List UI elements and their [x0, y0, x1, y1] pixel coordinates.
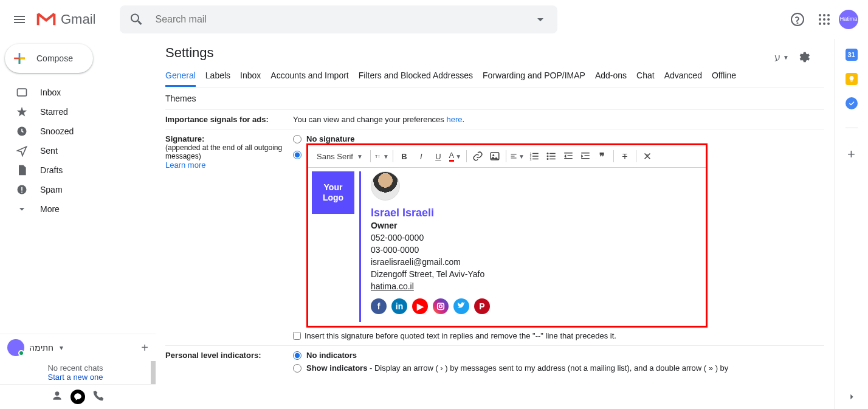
svg-rect-23 [511, 158, 516, 159]
no-signature-row[interactable]: No signature [293, 134, 824, 143]
show-indicators-row[interactable]: Show indicators - Display an arrow ( › )… [293, 363, 824, 373]
link-button[interactable] [470, 149, 485, 163]
tab-advanced[interactable]: Advanced [664, 66, 702, 87]
compose-button[interactable]: Compose [5, 44, 93, 73]
quote-button[interactable]: ❞ [595, 149, 610, 163]
chevron-down-icon[interactable]: ▼ [783, 54, 789, 61]
strikethrough-button[interactable]: T [618, 149, 632, 163]
remove-formatting-button[interactable]: T [640, 149, 655, 163]
svg-rect-39 [581, 153, 590, 154]
svg-rect-31 [549, 153, 556, 154]
importance-here-link[interactable]: here [446, 115, 462, 124]
keep-icon[interactable] [846, 73, 858, 85]
start-new-chat-link[interactable]: Start a new one [47, 373, 103, 382]
svg-point-10 [827, 22, 830, 25]
importance-text-post: . [463, 115, 465, 124]
no-indicators-label: No indicators [306, 351, 357, 360]
search-options-dropdown-icon[interactable] [528, 7, 553, 32]
sidebar-item-sent[interactable]: Sent [0, 141, 151, 160]
font-selector[interactable]: Sans Serif▼ [313, 152, 367, 161]
gmail-logo[interactable]: Gmail [34, 12, 114, 27]
no-signature-radio[interactable] [293, 135, 301, 143]
tab-accounts[interactable]: Accounts and Import [270, 66, 348, 87]
signature-enabled-radio[interactable] [293, 151, 301, 159]
tab-labels[interactable]: Labels [205, 66, 230, 87]
tab-offline[interactable]: Offline [712, 66, 736, 87]
tasks-icon[interactable] [846, 97, 858, 109]
svg-point-20 [492, 154, 494, 156]
underline-button[interactable]: U [431, 149, 446, 163]
main-menu-button[interactable] [5, 5, 34, 34]
sidebar-item-snoozed[interactable]: Snoozed [0, 122, 151, 141]
signature-editor: Sans Serif▼ TT▼ B I U A▼ ▼ [306, 143, 708, 328]
show-indicators-text: - Display an arrow ( › ) by messages sen… [367, 363, 728, 373]
sidebar-item-drafts[interactable]: Drafts [0, 160, 151, 180]
search-icon[interactable] [125, 7, 149, 32]
hangouts-scrollbar[interactable] [151, 361, 156, 384]
instagram-icon[interactable] [433, 298, 449, 314]
hangouts-header[interactable]: חתימה ▼ + [0, 334, 156, 361]
insert-signature-label: Insert this signature before quoted text… [305, 331, 616, 340]
person-icon[interactable] [51, 390, 63, 404]
font-size-button[interactable]: TT▼ [374, 149, 389, 163]
editor-body[interactable]: Your Logo Israel Israeli Owner 052-000-0… [308, 168, 706, 326]
add-addon-button[interactable]: + [847, 146, 855, 162]
rail-divider [846, 128, 858, 128]
svg-rect-35 [549, 159, 556, 160]
tab-filters[interactable]: Filters and Blocked Addresses [359, 66, 473, 87]
svg-rect-40 [584, 156, 589, 157]
facebook-icon[interactable]: f [371, 298, 387, 314]
insert-signature-checkbox[interactable] [293, 332, 301, 340]
account-avatar[interactable]: Hatima [839, 10, 858, 29]
svg-rect-25 [532, 153, 539, 154]
tab-forwarding[interactable]: Forwarding and POP/IMAP [483, 66, 585, 87]
signature-photo [371, 171, 400, 201]
indent-less-button[interactable] [561, 149, 576, 163]
image-button[interactable] [487, 149, 502, 163]
no-indicators-row[interactable]: No indicators [293, 351, 824, 360]
bullet-list-button[interactable] [544, 149, 559, 163]
tab-themes[interactable]: Themes [165, 88, 824, 110]
sidebar-item-starred[interactable]: Starred [0, 102, 151, 122]
align-button[interactable]: ▼ [510, 149, 525, 163]
insert-signature-row[interactable]: Insert this signature before quoted text… [293, 331, 824, 340]
linkedin-icon[interactable]: in [391, 298, 407, 314]
tab-general[interactable]: General [165, 66, 196, 87]
main-content: ע ▼ Settings General Labels Inbox Accoun… [156, 39, 834, 409]
sidebar-item-more[interactable]: More [0, 199, 151, 219]
add-chat-button[interactable]: + [141, 341, 148, 355]
apps-icon[interactable] [812, 7, 836, 32]
twitter-icon[interactable] [453, 298, 469, 314]
sidebar-item-inbox[interactable]: Inbox [0, 83, 151, 102]
phone-icon[interactable] [92, 390, 105, 404]
learn-more-link[interactable]: Learn more [165, 160, 205, 170]
italic-button[interactable]: I [414, 149, 429, 163]
hide-rail-button[interactable] [846, 391, 858, 403]
gear-icon[interactable] [791, 45, 816, 69]
pinterest-icon[interactable]: P [474, 298, 490, 314]
no-indicators-radio[interactable] [293, 351, 301, 360]
svg-point-7 [827, 18, 830, 21]
numbered-list-button[interactable]: 123 [527, 149, 542, 163]
svg-point-4 [827, 14, 830, 16]
input-tools-button[interactable]: ע [774, 52, 780, 63]
tab-inbox[interactable]: Inbox [240, 66, 261, 87]
indent-more-button[interactable] [578, 149, 593, 163]
sidebar-item-spam[interactable]: Spam [0, 180, 151, 199]
search-input[interactable] [149, 14, 528, 25]
support-icon[interactable] [785, 7, 810, 32]
hangouts-icon[interactable] [71, 390, 85, 404]
signature-title: Owner [371, 221, 490, 230]
show-indicators-radio[interactable] [293, 364, 301, 373]
calendar-icon[interactable]: 31 [846, 49, 858, 61]
bold-button[interactable]: B [397, 149, 412, 163]
divider [613, 150, 614, 162]
chevron-down-icon: ▼ [58, 345, 64, 351]
compose-icon [10, 49, 29, 68]
signature-address: Dizengoff Street, Tel Aviv-Yafo [371, 269, 490, 279]
tab-addons[interactable]: Add-ons [595, 66, 627, 87]
youtube-icon[interactable]: ▶ [412, 298, 428, 314]
text-color-button[interactable]: A▼ [448, 149, 463, 163]
search-bar[interactable] [120, 5, 557, 33]
tab-chat[interactable]: Chat [636, 66, 655, 87]
